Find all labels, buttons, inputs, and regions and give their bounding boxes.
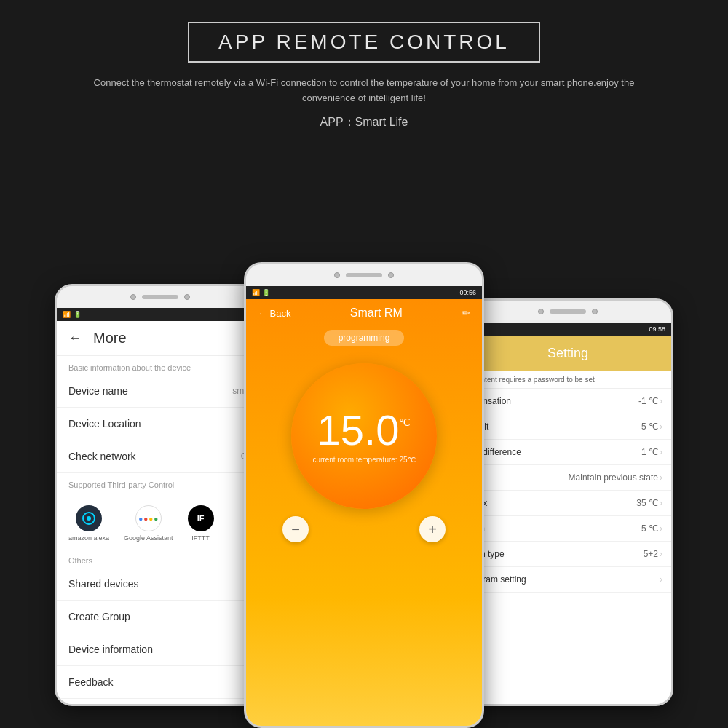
setting-title: Setting <box>547 346 588 360</box>
google-label: Google Assistant <box>124 534 173 542</box>
left-phone-circle2 <box>184 294 190 300</box>
center-time: 09:56 <box>459 289 476 296</box>
ifttt-icon: IF <box>188 505 214 531</box>
current-temp-text: current room temperature: 25℃ <box>312 456 415 464</box>
center-phone-speaker <box>346 273 382 277</box>
header-section: APP REMOTE CONTROL Connect the thermosta… <box>0 0 728 149</box>
menu-item-feedback[interactable]: Feedback <box>57 666 264 699</box>
setting-header: Setting <box>464 336 671 371</box>
right-phone-circle2 <box>592 309 598 314</box>
setting-item-state[interactable]: e Maintain previous state › <box>464 465 671 491</box>
left-phone: 📶 🔋 ← More Basic information about the d… <box>55 284 266 706</box>
check-network-label: Check network <box>68 451 136 462</box>
setting-item-difference[interactable]: o. difference 1 ℃ › <box>464 440 671 465</box>
right-phone-top-bar <box>464 301 671 323</box>
program-value: › <box>660 574 662 585</box>
section1-label: Basic information about the device <box>57 356 264 375</box>
left-phone-screen: 📶 🔋 ← More Basic information about the d… <box>57 308 264 706</box>
state-value: Maintain previous state › <box>569 472 662 483</box>
plus-button[interactable]: + <box>419 516 446 542</box>
main-title: APP REMOTE CONTROL <box>218 31 510 54</box>
alexa-icon-item[interactable]: amazon alexa <box>68 505 109 542</box>
menu-item-check-network[interactable]: Check network Ch <box>57 440 264 473</box>
section2-label: Supported Third-party Control <box>57 473 264 492</box>
max-value: 35 ℃ › <box>636 498 662 508</box>
left-status-bar: 📶 🔋 <box>57 308 264 321</box>
center-phone-screen: 📶 🔋 09:56 ← Back Smart RM ✏ programming … <box>246 286 482 728</box>
limit-value: 5 ℃ › <box>641 422 662 432</box>
right-phone-circle <box>538 309 544 314</box>
setting-item-limit[interactable]: limit 5 ℃ › <box>464 414 671 440</box>
temp-unit: ℃ <box>399 416 411 428</box>
more-back-arrow[interactable]: ← <box>68 331 82 346</box>
setting-item-pensation[interactable]: pensation -1 ℃ › <box>464 389 671 414</box>
phones-container: 📶 🔋 ← More Basic information about the d… <box>0 149 728 728</box>
pensation-value: -1 ℃ › <box>638 396 662 406</box>
alexa-icon <box>76 505 102 531</box>
center-signal-icons: 📶 🔋 <box>252 289 270 296</box>
center-edit-icon[interactable]: ✏ <box>462 307 470 319</box>
menu-item-device-information[interactable]: Device information <box>57 633 264 666</box>
center-header: ← Back Smart RM ✏ <box>246 299 482 327</box>
left-signal-icon: 📶 <box>63 311 71 318</box>
setting-item-am-type[interactable]: am type 5+2 › <box>464 542 671 567</box>
device-location-label: Device Location <box>68 418 141 430</box>
am-type-value: 5+2 › <box>644 549 662 559</box>
google-icon-item[interactable]: ●●●● Google Assistant <box>124 505 173 542</box>
center-phone-circle <box>334 272 340 278</box>
temperature-value: 15.0 <box>317 409 400 451</box>
alexa-label: amazon alexa <box>68 534 109 542</box>
left-phone-speaker <box>142 295 178 299</box>
menu-item-device-location[interactable]: Device Location <box>57 408 264 440</box>
setting-item-max[interactable]: nax 35 ℃ › <box>464 491 671 516</box>
menu-item-create-group[interactable]: Create Group <box>57 601 264 633</box>
menu-item-device-name[interactable]: Device name smar <box>57 375 264 408</box>
third-party-icons: amazon alexa ●●●● Google Assistant <box>68 505 252 542</box>
shared-devices-label: Shared devices <box>68 578 139 590</box>
right-phone-screen: 09:58 Setting content requires a passwor… <box>464 323 671 706</box>
center-status-bar: 📶 🔋 09:56 <box>246 286 482 299</box>
right-status-bar: 09:58 <box>464 323 671 336</box>
device-information-label: Device information <box>68 644 153 655</box>
right-phone: 09:58 Setting content requires a passwor… <box>462 298 673 706</box>
title-box: APP REMOTE CONTROL <box>188 22 540 63</box>
others-label: Others <box>57 549 264 568</box>
more-header: ← More <box>57 321 264 356</box>
programming-badge[interactable]: programming <box>324 330 405 346</box>
setting-item-min[interactable]: nin 5 ℃ › <box>464 516 671 542</box>
center-phone: 📶 🔋 09:56 ← Back Smart RM ✏ programming … <box>244 262 484 728</box>
subtitle-text: Connect the thermostat remotely via a Wi… <box>91 76 637 106</box>
right-phone-speaker <box>550 309 586 314</box>
programming-badge-container: programming <box>246 327 482 349</box>
left-phone-circle <box>130 294 136 300</box>
third-party-section: amazon alexa ●●●● Google Assistant <box>57 492 264 549</box>
left-phone-top-bar <box>57 286 264 308</box>
min-value: 5 ℃ › <box>641 523 662 534</box>
controls-row: − + <box>246 516 482 542</box>
minus-button[interactable]: − <box>282 516 309 542</box>
app-label: APP：Smart Life <box>44 115 684 130</box>
svg-point-1 <box>87 516 91 521</box>
center-screen-title: Smart RM <box>350 306 403 320</box>
center-phone-top-bar <box>246 264 482 286</box>
google-assistant-icon: ●●●● <box>135 505 162 531</box>
temp-display: 15.0 ℃ <box>317 409 411 451</box>
create-group-label: Create Group <box>68 611 130 622</box>
setting-note: content requires a password to be set <box>464 371 671 389</box>
thermostat-circle: 15.0 ℃ current room temperature: 25℃ <box>291 363 437 509</box>
more-title: More <box>93 330 127 347</box>
ifttt-icon-item[interactable]: IF IFTTT <box>188 505 214 542</box>
ifttt-label: IFTTT <box>191 534 210 542</box>
center-phone-circle2 <box>388 272 394 278</box>
setting-item-program[interactable]: ogram setting › <box>464 567 671 593</box>
device-name-label: Device name <box>68 385 128 397</box>
page-container: APP REMOTE CONTROL Connect the thermosta… <box>0 0 728 728</box>
feedback-label: Feedback <box>68 676 113 688</box>
thermostat-container: 15.0 ℃ current room temperature: 25℃ <box>246 363 482 509</box>
left-wifi-icon: 🔋 <box>74 311 82 318</box>
menu-item-shared-devices[interactable]: Shared devices <box>57 568 264 601</box>
center-back-button[interactable]: ← Back <box>258 308 291 319</box>
right-time: 09:58 <box>649 325 665 333</box>
difference-value: 1 ℃ › <box>641 447 662 457</box>
